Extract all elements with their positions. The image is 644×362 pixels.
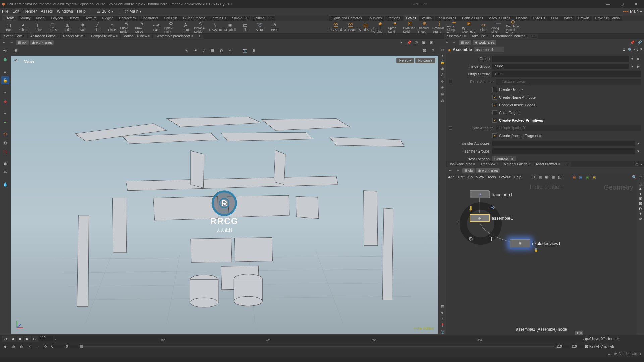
shelf-slice[interactable]: ✂Slice: [477, 22, 490, 32]
vr-d-icon[interactable]: ⊞: [439, 91, 445, 97]
shelf-tab-add-left[interactable]: +: [268, 15, 275, 21]
shelf-tab-terrain-fx[interactable]: Terrain FX: [208, 15, 229, 21]
shelf-tab-lights-and-cameras[interactable]: Lights and Cameras: [329, 15, 365, 21]
menu-windows[interactable]: Windows: [57, 9, 73, 14]
net-tab-matpal[interactable]: Material Palette×: [501, 162, 533, 167]
shelf-torus[interactable]: ◯Torus: [46, 22, 60, 32]
keyall-icon[interactable]: ⊞: [585, 344, 588, 349]
vr-b-icon[interactable]: ◐: [439, 78, 445, 84]
net-menu-help[interactable]: Help: [514, 175, 522, 179]
ns-8-icon[interactable]: ⟳: [639, 217, 642, 221]
params-info-icon[interactable]: ⓘ: [634, 47, 638, 52]
tool-dot2-icon[interactable]: ◆: [1, 97, 9, 105]
net-menu-layout[interactable]: Layout: [499, 175, 511, 179]
end-frame-marker[interactable]: 110: [575, 331, 583, 335]
net-menu-tools[interactable]: Tools: [487, 175, 496, 179]
net-nav-back-icon[interactable]: ←: [447, 168, 453, 173]
tool-axis-icon[interactable]: ▲: [1, 118, 9, 126]
enable-path-attr-chk[interactable]: [449, 126, 452, 130]
shelf-dry-sand[interactable]: ⛱Dry Sand: [329, 22, 342, 32]
vr-star-icon[interactable]: ✦: [439, 53, 445, 59]
chk-cusp-edges[interactable]: [492, 110, 497, 115]
net-tab-asset[interactable]: Asset Browser×: [533, 162, 563, 167]
params-help-icon[interactable]: ?: [640, 48, 642, 52]
chk-packed-prim[interactable]: ✔: [492, 118, 497, 123]
take-selector-right[interactable]: ⟿ Main ▾: [623, 9, 642, 14]
box-icon[interactable]: ▣: [421, 40, 427, 45]
shelf-tab-volume[interactable]: Volume: [251, 15, 267, 21]
timeline-ruler[interactable]: 110 11884216558881122: [55, 336, 583, 342]
view-light-icon[interactable]: ☀: [226, 47, 234, 54]
net-menu-edit[interactable]: Edit: [458, 175, 465, 179]
tool-loop-icon[interactable]: ⟲: [1, 130, 9, 138]
auto-update-label[interactable]: Auto Update: [618, 352, 637, 356]
shelf-granular-solid[interactable]: ⊡Granular Solid: [403, 20, 416, 33]
play-stop-button[interactable]: ■: [17, 336, 23, 342]
shelf-path[interactable]: ⟿Path: [150, 22, 163, 32]
net-ico1[interactable]: ✂: [532, 175, 535, 179]
shelf-null[interactable]: ✶Null: [76, 22, 89, 32]
tool-view-icon[interactable]: 👁: [1, 47, 9, 55]
ns-6-icon[interactable]: ◐: [639, 206, 642, 211]
pane-tab-render-view[interactable]: Render View×: [61, 34, 88, 39]
sc-1-icon[interactable]: ⏺: [2, 344, 9, 349]
net-path-node[interactable]: ◉ work_area: [476, 168, 500, 173]
param-group-field[interactable]: [492, 56, 629, 62]
vr-f-icon[interactable]: ⬒: [439, 303, 445, 309]
shelf-helix[interactable]: ⥀Helix: [268, 22, 281, 32]
params-link-icon[interactable]: 🔗: [637, 40, 643, 45]
tool-select-icon[interactable]: ▲: [1, 68, 9, 76]
view-shade-icon[interactable]: ◐: [218, 47, 225, 54]
params-path-work-area[interactable]: ◉ work_area: [473, 40, 496, 45]
ring-info-icon[interactable]: i: [456, 221, 457, 226]
shelf-l-system[interactable]: ⑂L-System: [209, 22, 222, 32]
range-end-field[interactable]: 110: [555, 345, 569, 348]
shelf-tube[interactable]: ▯Tube: [32, 22, 45, 32]
shelf-auto-sleep-particles[interactable]: ☁Auto-Sleep Particles: [447, 19, 461, 35]
range-zero-field[interactable]: 0: [65, 345, 78, 348]
tool-cam2-icon[interactable]: ◎: [1, 168, 9, 176]
take-selector[interactable]: ⬡ Main ▾: [125, 9, 142, 14]
chk-connect-inside[interactable]: ✔: [492, 103, 497, 107]
shelf-tab-pyro-fx[interactable]: Pyro FX: [531, 15, 548, 21]
params-search-icon[interactable]: 🔍: [628, 48, 632, 52]
vr-g-icon[interactable]: ◆: [439, 309, 445, 315]
net-ico2[interactable]: ▤: [538, 175, 542, 179]
shelf-upres-sand[interactable]: ≡Upres Sand: [388, 20, 401, 33]
play-play-button[interactable]: ▶: [24, 336, 31, 342]
net-menu-go[interactable]: Go: [468, 175, 473, 179]
ring-flag-icon[interactable]: ⬇: [468, 205, 473, 213]
shelf-rbd-grains[interactable]: ◆RBD Grains: [373, 20, 387, 33]
shelf-along-line[interactable]: ➖Along Line: [491, 20, 505, 33]
params-tab-perfmon[interactable]: Performance Monitor×: [490, 34, 530, 39]
sc-4-icon[interactable]: ⟲: [26, 344, 33, 349]
ns-4-icon[interactable]: ▣: [639, 196, 642, 201]
menu-render[interactable]: Render: [23, 9, 37, 14]
current-frame-field[interactable]: 110: [39, 336, 53, 341]
param-pivot-select[interactable]: Centroid⇕: [492, 156, 516, 161]
shelf-curve-bezier[interactable]: ∿Curve Bezier: [120, 20, 133, 33]
shelf-font[interactable]: AFont: [179, 22, 193, 32]
desktop-selector[interactable]: ▤ Build ▾: [97, 9, 114, 14]
chk-create-name-attr[interactable]: ✔: [492, 95, 497, 100]
tool-lock-icon[interactable]: 🔒: [1, 76, 9, 84]
nav-back-icon[interactable]: ←: [1, 40, 7, 45]
minimize-button[interactable]: —: [602, 1, 614, 7]
ring-gear-icon[interactable]: ⚙: [468, 236, 473, 242]
ns-7-icon[interactable]: ✦: [639, 212, 642, 216]
shelf-tab-texture[interactable]: Texture: [83, 15, 99, 21]
sc-3-icon[interactable]: ◐: [18, 344, 25, 349]
nav-fwd-icon[interactable]: →: [9, 40, 15, 45]
net-col4[interactable]: ▣: [592, 175, 596, 179]
cook-icon[interactable]: ⟳: [614, 352, 617, 356]
play-last-button[interactable]: ⏭: [32, 336, 38, 342]
shelf-distribute-particle-fluid[interactable]: ◴Distribute Particle Fluid: [506, 19, 520, 35]
pane-tab-motion-fx-view[interactable]: Motion FX View×: [121, 34, 152, 39]
sc-5-icon[interactable]: ↔: [34, 344, 41, 349]
param-transfer-attr-field[interactable]: [492, 141, 635, 146]
tool-ring-icon[interactable]: ◐: [1, 139, 9, 147]
shelf-granular-sheet[interactable]: ❅Granular Sheet: [418, 20, 431, 33]
shelf-tab-model[interactable]: Model: [33, 15, 48, 21]
net-help-icon[interactable]: ?: [640, 175, 642, 179]
shelf-draw-curve[interactable]: ✎Draw Curve: [135, 20, 148, 33]
